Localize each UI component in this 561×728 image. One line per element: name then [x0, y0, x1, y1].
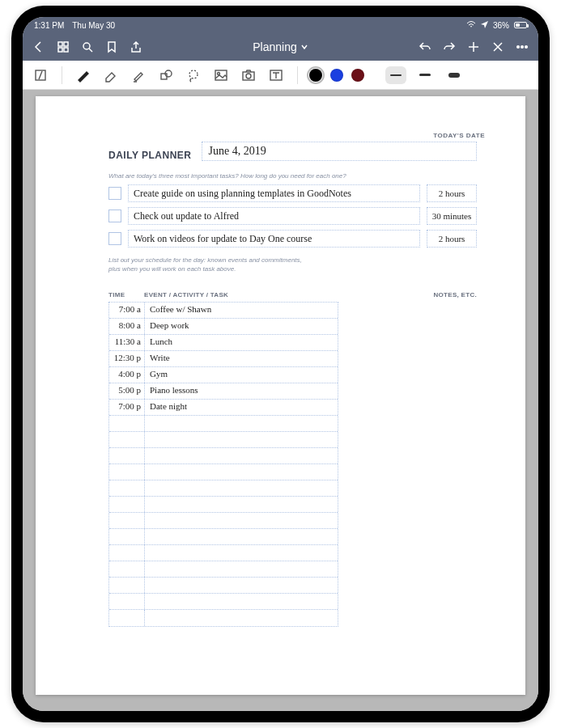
task-row: Create guide on using planning templates… [108, 184, 477, 202]
task-duration-field[interactable]: 30 minutes [427, 207, 477, 225]
schedule-row[interactable] [109, 448, 338, 464]
more-icon[interactable] [516, 40, 529, 53]
color-swatch-black[interactable] [309, 69, 322, 82]
svg-rect-0 [58, 42, 62, 46]
back-icon[interactable] [32, 40, 45, 53]
schedule-event-cell [145, 545, 338, 561]
schedule-row[interactable]: 8:00 aDeep work [109, 319, 338, 335]
schedule-row[interactable] [109, 561, 338, 578]
schedule-event-cell: Piano lessons [145, 383, 338, 399]
undo-icon[interactable] [419, 40, 431, 53]
task-checkbox[interactable] [108, 210, 121, 222]
eraser-tool-icon[interactable] [101, 66, 121, 85]
svg-rect-3 [64, 48, 68, 52]
schedule-time-cell [109, 561, 145, 577]
col-header-time: TIME [108, 291, 144, 298]
schedule-row[interactable] [109, 545, 338, 561]
ipad-screen: 1:31 PM Thu May 30 36% [23, 17, 538, 711]
svg-point-15 [246, 74, 251, 78]
schedule-time-cell [109, 464, 145, 480]
schedule-row[interactable]: 5:00 pPiano lessons [109, 383, 338, 400]
task-text-field[interactable]: Check out update to Alfred [128, 207, 420, 225]
search-icon[interactable] [81, 40, 94, 53]
date-value: June 4, 2019 [209, 145, 266, 158]
task-text-field[interactable]: Work on videos for update to Day One cou… [128, 230, 420, 248]
battery-icon [514, 22, 527, 28]
notes-label: NOTES, ETC. [433, 291, 477, 298]
svg-point-13 [218, 72, 220, 74]
schedule-row[interactable] [109, 594, 338, 610]
grid-icon[interactable] [57, 40, 70, 53]
task-checkbox[interactable] [108, 232, 121, 245]
pen-tool-icon[interactable] [74, 66, 93, 85]
battery-pct: 36% [493, 21, 509, 30]
tasks-list: Create guide on using planning templates… [108, 184, 477, 248]
svg-rect-1 [64, 42, 68, 46]
color-swatch-darkred[interactable] [351, 69, 364, 82]
schedule-row[interactable]: 4:00 pGym [109, 367, 338, 383]
schedule-time-cell: 8:00 a [109, 319, 145, 334]
share-icon[interactable] [130, 40, 142, 53]
chevron-down-icon [300, 40, 308, 53]
text-tool-icon[interactable] [266, 66, 286, 85]
schedule-row[interactable] [109, 480, 338, 497]
schedule-row[interactable]: 7:00 aCoffee w/ Shawn [109, 303, 338, 319]
schedule-row[interactable] [109, 513, 338, 529]
schedule-time-cell: 11:30 a [109, 335, 145, 350]
svg-point-4 [83, 43, 90, 49]
schedule-grid[interactable]: 7:00 aCoffee w/ Shawn8:00 aDeep work11:3… [108, 302, 338, 627]
color-swatch-blue[interactable] [330, 69, 343, 82]
svg-point-5 [517, 46, 520, 49]
schedule-row[interactable] [109, 497, 338, 513]
schedule-row[interactable]: 11:30 aLunch [109, 335, 338, 351]
schedule-event-cell: Date night [145, 400, 338, 415]
nav-bar: Planning [23, 33, 538, 61]
tasks-prompt: What are today's three most important ta… [108, 172, 477, 180]
task-duration-field[interactable]: 2 hours [427, 184, 477, 202]
svg-point-11 [189, 70, 198, 78]
wifi-icon [466, 20, 476, 30]
zoom-tool-icon[interactable] [31, 66, 50, 85]
task-text-field[interactable]: Create guide on using planning templates… [128, 184, 420, 202]
schedule-row[interactable]: 12:30 pWrite [109, 351, 338, 367]
shape-tool-icon[interactable] [156, 66, 176, 85]
schedule-row[interactable] [109, 610, 338, 626]
schedule-event-cell [145, 561, 338, 577]
schedule-event-cell [145, 480, 338, 496]
schedule-event-cell: Write [145, 351, 338, 366]
location-icon [481, 21, 488, 30]
schedule-row[interactable] [109, 464, 338, 480]
canvas-area[interactable]: TODAY'S DATE DAILY PLANNER June 4, 2019 … [23, 90, 538, 711]
schedule-time-cell [109, 416, 145, 431]
stroke-thin[interactable] [385, 66, 406, 84]
date-field[interactable]: June 4, 2019 [202, 142, 477, 161]
schedule-row[interactable] [109, 416, 338, 432]
stroke-medium[interactable] [414, 66, 436, 84]
schedule-row[interactable]: 7:00 pDate night [109, 400, 338, 416]
lasso-tool-icon[interactable] [184, 66, 203, 85]
schedule-time-cell [109, 497, 145, 512]
camera-tool-icon[interactable] [239, 66, 258, 85]
task-duration-field[interactable]: 2 hours [427, 230, 477, 248]
task-checkbox[interactable] [108, 187, 121, 200]
separator [62, 66, 62, 84]
schedule-event-cell: Gym [145, 367, 338, 383]
document-title-dropdown[interactable]: Planning [253, 40, 308, 53]
close-draw-icon[interactable] [491, 40, 504, 53]
schedule-event-cell: Coffee w/ Shawn [145, 303, 338, 318]
schedule-row[interactable] [109, 432, 338, 448]
image-tool-icon[interactable] [211, 66, 231, 85]
schedule-event-cell: Lunch [145, 335, 338, 350]
stroke-thick[interactable] [444, 66, 465, 84]
schedule-event-cell [145, 594, 338, 609]
schedule-time-cell [109, 545, 145, 561]
highlighter-tool-icon[interactable] [129, 66, 148, 85]
schedule-row[interactable] [109, 578, 338, 594]
add-icon[interactable] [467, 40, 480, 53]
col-header-event: EVENT / ACTIVITY / TASK [144, 291, 338, 298]
schedule-row[interactable] [109, 529, 338, 545]
schedule-event-cell [145, 464, 338, 480]
bookmark-icon[interactable] [105, 40, 118, 53]
redo-icon[interactable] [443, 40, 456, 53]
schedule-time-cell [109, 578, 145, 593]
